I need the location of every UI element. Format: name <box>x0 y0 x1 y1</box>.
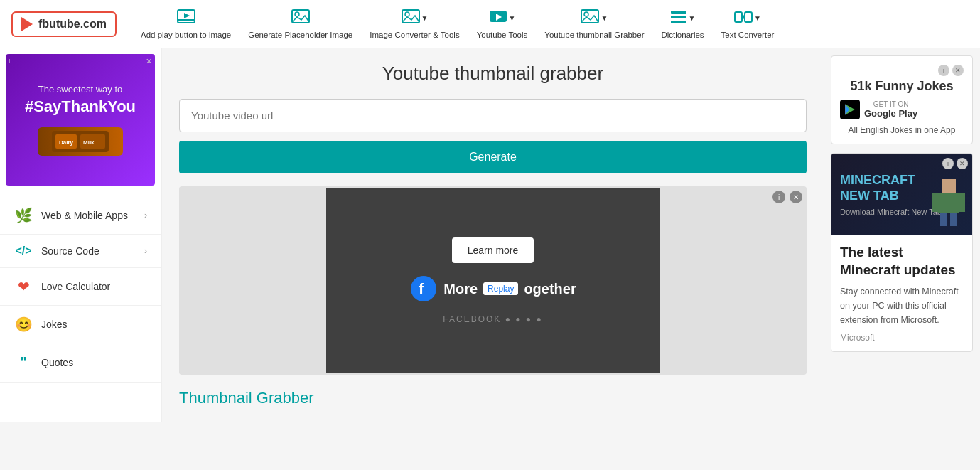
together-text: ogether <box>524 281 576 297</box>
ad-left-close-btn[interactable]: ✕ <box>146 57 152 66</box>
right-ad-google-row: GET IT ON Google Play <box>840 100 964 119</box>
nav-label-youtube-tools: Youtube Tools <box>477 31 528 39</box>
svg-point-4 <box>295 12 299 16</box>
learn-more-button[interactable]: Learn more <box>452 237 534 263</box>
page-title: Youtube thumbnail grabber <box>179 63 807 85</box>
svg-rect-11 <box>671 11 686 14</box>
nav-arrow-dictionaries: ▼ <box>689 14 696 22</box>
nav-item-image-converter[interactable]: ▼ Image Converter & Tools <box>362 6 466 42</box>
nav-item-dictionaries[interactable]: ▼ Dictionaries <box>655 6 711 42</box>
left-ad-banner: i ✕ The sweetest way to #SayThankYou Dai… <box>6 54 155 186</box>
heart-icon: ❤ <box>14 278 33 295</box>
url-input[interactable] <box>179 99 807 132</box>
main-content: Youtube thumbnail grabber Generate i ✕ L… <box>162 48 824 422</box>
svg-rect-29 <box>950 213 957 226</box>
nav-icon-placeholder <box>291 9 310 28</box>
minecraft-title: MINECRAFT NEW TAB <box>840 173 915 203</box>
svg-rect-14 <box>735 12 742 22</box>
nav-icon-add-play <box>177 9 195 28</box>
nav-arrow-text-converter: ▼ <box>754 14 761 22</box>
nav-arrow-youtube-tools: ▼ <box>509 14 516 22</box>
right-ad-info-btn[interactable]: i <box>938 65 949 76</box>
tree-icon: 🌿 <box>14 207 33 224</box>
svg-rect-3 <box>292 10 309 23</box>
mc-heading: The latest Minecraft updates <box>840 244 964 279</box>
svg-point-6 <box>405 12 409 16</box>
mc-body: Stay connected with Minecraft on your PC… <box>840 284 964 327</box>
nav-item-youtube-tools[interactable]: ▼ Youtube Tools <box>470 6 535 42</box>
get-it-on-text: GET IT ON <box>864 100 917 108</box>
sidebar-item-web-mobile[interactable]: 🌿 Web & Mobile Apps › <box>0 197 161 235</box>
nav-label-dictionaries: Dictionaries <box>662 31 704 39</box>
nav-item-text-converter[interactable]: ▼ Text Converter <box>714 6 782 42</box>
nav-arrow-yt-thumbnail: ▼ <box>601 14 608 22</box>
sidebar-label-jokes: Jokes <box>41 319 147 330</box>
nav-icon-image-converter <box>402 9 420 28</box>
right-ad-minecraft: i ✕ MINECRAFT NEW TAB Download Minecraft… <box>831 153 973 352</box>
sidebar-arrow-web-mobile: › <box>144 210 147 220</box>
replay-badge: Replay <box>483 282 518 295</box>
sidebar-item-quotes[interactable]: " Quotes <box>0 343 161 383</box>
svg-rect-26 <box>932 193 938 212</box>
ad-more-together: f More Replay ogether <box>409 274 576 303</box>
left-sidebar: i ✕ The sweetest way to #SayThankYou Dai… <box>0 48 162 422</box>
svg-text:Milk: Milk <box>83 139 95 146</box>
ad-banner-close-btn[interactable]: ✕ <box>790 191 802 203</box>
ad-inner-content: Learn more f More Replay ogether FACEBOO… <box>326 188 660 373</box>
ad-left-hashtag: #SayThankYou <box>25 97 136 116</box>
nav-icon-youtube-tools <box>489 9 507 28</box>
svg-rect-24 <box>942 179 956 193</box>
nav-icon-text-converter <box>734 9 753 28</box>
nav-item-placeholder[interactable]: Generate Placeholder Image <box>241 6 360 42</box>
nav-top-row-yt-thumbnail: ▼ <box>581 9 608 28</box>
ad-chocolate: Dairy Milk <box>38 127 123 156</box>
minecraft-sub: Download Minecraft New Tab <box>840 208 942 216</box>
nav-top-row-text-converter: ▼ <box>734 9 761 28</box>
google-play-icon <box>840 100 860 119</box>
mc-info-btn[interactable]: i <box>942 158 954 169</box>
ad-banner: i ✕ Learn more f More Replay ogether FAC… <box>179 186 807 375</box>
mc-company: Microsoft <box>840 333 964 343</box>
sidebar-item-jokes[interactable]: 😊 Jokes <box>0 306 161 343</box>
svg-rect-5 <box>402 10 419 23</box>
mc-close-controls: i ✕ <box>942 158 968 169</box>
sidebar-arrow-source-code: › <box>144 246 147 256</box>
google-play-text: Google Play <box>864 108 917 119</box>
thumbnail-grabber-title: Thumbnail Grabber <box>179 389 807 407</box>
nav-label-add-play: Add play button to image <box>141 31 231 39</box>
logo[interactable]: fbutube.com <box>11 11 117 37</box>
generate-button[interactable]: Generate <box>179 141 807 173</box>
right-ad-close-btn[interactable]: ✕ <box>952 65 964 76</box>
minecraft-img: i ✕ MINECRAFT NEW TAB Download Minecraft… <box>831 154 972 235</box>
logo-play-icon <box>21 17 33 31</box>
sidebar-label-web-mobile: Web & Mobile Apps <box>41 210 136 221</box>
sidebar-label-love-calc: Love Calculator <box>41 281 147 292</box>
sidebar-label-source-code: Source Code <box>41 245 136 257</box>
svg-rect-13 <box>671 21 686 23</box>
ad-banner-info-btn[interactable]: i <box>772 191 785 203</box>
nav-item-yt-thumbnail[interactable]: ▼ Youtube thumbnail Grabber <box>537 6 651 42</box>
mc-text-block: The latest Minecraft updates Stay connec… <box>831 235 972 351</box>
minecraft-title-line2: NEW TAB <box>840 188 899 203</box>
sidebar-item-love-calc[interactable]: ❤ Love Calculator <box>0 268 161 306</box>
nav-item-add-play[interactable]: Add play button to image <box>134 6 238 42</box>
facebook-icon: f <box>409 274 438 303</box>
quote-icon: " <box>14 353 33 372</box>
ad-banner-controls: i ✕ <box>772 191 802 203</box>
ad-left-tagline: The sweetest way to <box>38 84 123 95</box>
svg-point-10 <box>584 12 588 16</box>
nav-label-yt-thumbnail: Youtube thumbnail Grabber <box>544 31 644 39</box>
nav-label-image-converter: Image Converter & Tools <box>370 31 459 39</box>
sidebar-item-source-code[interactable]: </> Source Code › <box>0 235 161 268</box>
header: fbutube.com Add play button to image <box>0 0 980 48</box>
facebook-footer: FACEBOOK ● ● ● ● <box>443 314 542 324</box>
svg-rect-28 <box>940 213 947 226</box>
mc-close-btn[interactable]: ✕ <box>957 158 968 169</box>
nav-top-row-youtube-tools: ▼ <box>489 9 516 28</box>
nav-icon-dictionaries <box>670 9 687 28</box>
smiley-icon: 😊 <box>14 316 33 333</box>
svg-rect-9 <box>581 10 598 23</box>
nav-label-text-converter: Text Converter <box>721 31 775 39</box>
right-sidebar: i ✕ 51k Funny Jokes GET IT ON Google Pla… <box>824 48 980 422</box>
right-ad-top: i ✕ 51k Funny Jokes GET IT ON Google Pla… <box>831 55 973 144</box>
